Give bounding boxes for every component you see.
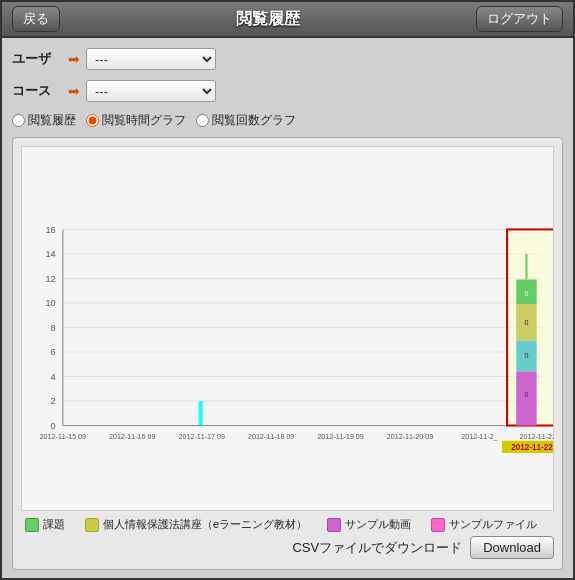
svg-text:14: 14 [45, 249, 55, 259]
svg-text:12: 12 [45, 274, 55, 284]
back-button[interactable]: 戻る [12, 6, 60, 32]
legend-area: 課題 個人情報保護法講座（eラーニング教材） サンプル動画 サンプルファイル [21, 517, 554, 532]
chart-area: 0 2 4 6 8 10 12 14 16 2012-11-15 09 [21, 146, 554, 511]
svg-text:10: 10 [45, 298, 55, 308]
course-select[interactable]: --- [86, 80, 216, 102]
legend-kojin-box [85, 518, 99, 532]
svg-text:2012-11-20 09: 2012-11-20 09 [387, 433, 433, 441]
svg-text:0: 0 [524, 319, 528, 327]
legend-sample-video-label: サンプル動画 [345, 517, 411, 532]
svg-text:0: 0 [524, 352, 528, 360]
legend-kadai: 課題 [25, 517, 65, 532]
download-row: CSVファイルでダウンロード Download [21, 532, 554, 561]
user-select[interactable]: --- [86, 48, 216, 70]
legend-sample-file: サンプルファイル [431, 517, 537, 532]
radio-time-graph-label: 閲覧時間グラフ [102, 112, 186, 129]
svg-rect-30 [199, 401, 203, 426]
legend-kojin: 個人情報保護法講座（eラーニング教材） [85, 517, 307, 532]
app-container: 戻る 閲覧履歴 ログアウト ユーザ ➡ --- コース ➡ --- 閲覧履歴 [0, 0, 575, 580]
svg-text:2012-11-18 09: 2012-11-18 09 [248, 433, 294, 441]
chart-container: 0 2 4 6 8 10 12 14 16 2012-11-15 09 [12, 137, 563, 570]
course-row: コース ➡ --- [12, 78, 563, 104]
svg-text:16: 16 [45, 225, 55, 235]
legend-kadai-box [25, 518, 39, 532]
legend-kojin-label: 個人情報保護法講座（eラーニング教材） [103, 517, 307, 532]
chart-svg: 0 2 4 6 8 10 12 14 16 2012-11-15 09 [22, 147, 553, 510]
user-row: ユーザ ➡ --- [12, 46, 563, 72]
svg-text:2012-11-22 03: 2012-11-22 03 [520, 433, 553, 441]
legend-sample-video: サンプル動画 [327, 517, 411, 532]
svg-text:0: 0 [524, 391, 528, 399]
radio-time-graph[interactable]: 閲覧時間グラフ [86, 112, 186, 129]
radio-count-graph[interactable]: 閲覧回数グラフ [196, 112, 296, 129]
legend-sample-file-box [431, 518, 445, 532]
download-label: CSVファイルでダウンロード [292, 539, 462, 557]
legend-sample-video-box [327, 518, 341, 532]
download-button[interactable]: Download [470, 536, 554, 559]
svg-text:2012-11-15 09: 2012-11-15 09 [40, 433, 86, 441]
svg-text:2012-11-16 09: 2012-11-16 09 [109, 433, 155, 441]
user-arrow-icon: ➡ [68, 51, 80, 67]
svg-text:0: 0 [51, 421, 56, 431]
svg-text:0: 0 [524, 290, 528, 298]
course-arrow-icon: ➡ [68, 83, 80, 99]
course-label: コース [12, 82, 62, 100]
page-title: 閲覧履歴 [236, 9, 300, 30]
svg-text:2012-11-17 09: 2012-11-17 09 [179, 433, 225, 441]
radio-history-label: 閲覧履歴 [28, 112, 76, 129]
svg-text:4: 4 [51, 372, 56, 382]
svg-text:6: 6 [51, 347, 56, 357]
header: 戻る 閲覧履歴 ログアウト [2, 2, 573, 38]
svg-text:2: 2 [51, 396, 56, 406]
main-body: ユーザ ➡ --- コース ➡ --- 閲覧履歴 閲覧時間グラフ [2, 38, 573, 578]
radio-count-graph-label: 閲覧回数グラフ [212, 112, 296, 129]
legend-kadai-label: 課題 [43, 517, 65, 532]
svg-text:2012-11-2_: 2012-11-2_ [461, 433, 498, 441]
svg-text:2012-11-22 03: 2012-11-22 03 [511, 443, 553, 452]
radio-row: 閲覧履歴 閲覧時間グラフ 閲覧回数グラフ [12, 110, 563, 131]
svg-text:8: 8 [51, 323, 56, 333]
logout-button[interactable]: ログアウト [476, 6, 563, 32]
radio-history[interactable]: 閲覧履歴 [12, 112, 76, 129]
user-label: ユーザ [12, 50, 62, 68]
legend-sample-file-label: サンプルファイル [449, 517, 537, 532]
svg-text:2012-11-19 09: 2012-11-19 09 [317, 433, 363, 441]
